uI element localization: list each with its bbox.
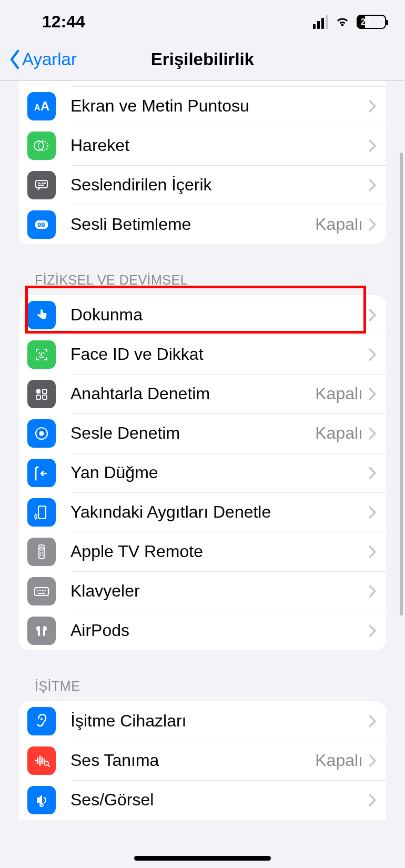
chevron-right-icon <box>368 218 377 231</box>
svg-rect-29 <box>45 590 46 591</box>
row-airpods[interactable]: AirPods <box>19 611 386 650</box>
svg-rect-30 <box>38 593 45 594</box>
voice-control-icon <box>27 419 56 448</box>
chevron-right-icon <box>368 139 377 153</box>
svg-text:A: A <box>34 103 40 112</box>
row-label: Yan Düğme <box>70 463 368 482</box>
back-button[interactable]: Ayarlar <box>0 48 77 71</box>
row-value: Kapalı <box>315 751 363 770</box>
chevron-left-icon <box>7 48 22 71</box>
svg-point-17 <box>39 431 44 436</box>
svg-rect-14 <box>36 395 40 399</box>
svg-rect-4 <box>36 180 47 188</box>
chevron-right-icon <box>368 387 377 401</box>
svg-rect-13 <box>43 389 47 393</box>
row-label: Apple TV Remote <box>70 542 368 561</box>
svg-point-23 <box>40 554 41 555</box>
svg-point-20 <box>40 547 43 550</box>
row-keyboards[interactable]: Klavyeler <box>19 571 386 611</box>
svg-point-31 <box>40 718 43 720</box>
row-label: AirPods <box>70 621 368 640</box>
svg-text:99: 99 <box>37 221 45 229</box>
row-label: Yakındaki Aygıtları Denetle <box>70 502 368 522</box>
row-label: Face ID ve Dikkat <box>70 345 368 364</box>
row-nearby-devices[interactable]: Yakındaki Aygıtları Denetle <box>19 492 386 532</box>
back-label: Ayarlar <box>22 49 77 69</box>
nearby-devices-icon <box>27 498 56 527</box>
chevron-right-icon <box>368 427 377 440</box>
row-sound-recognition[interactable]: Ses Tanıma Kapalı <box>19 741 386 780</box>
scrollbar-thumb[interactable] <box>400 153 403 615</box>
row-value: Kapalı <box>315 215 363 234</box>
svg-point-34 <box>41 804 42 805</box>
svg-rect-27 <box>39 590 41 591</box>
row-touch[interactable]: Dokunma <box>19 295 386 335</box>
row-face-id[interactable]: Face ID ve Dikkat <box>19 335 386 374</box>
row-spoken-content[interactable]: Seslendirilen İçerik <box>19 165 386 205</box>
home-indicator[interactable] <box>134 856 271 861</box>
row-apple-tv-remote[interactable]: Apple TV Remote <box>19 532 386 571</box>
svg-point-2 <box>34 141 44 150</box>
motion-icon <box>27 132 56 160</box>
row-audio-descriptions[interactable]: 99 Sesli Betimleme Kapalı <box>19 205 386 244</box>
chevron-right-icon <box>368 308 377 322</box>
chevron-right-icon <box>368 348 377 361</box>
svg-rect-6 <box>42 183 46 184</box>
row-label: Anahtarla Denetim <box>70 384 315 403</box>
row-label: Ekran ve Metin Puntosu <box>70 96 368 116</box>
wifi-icon <box>335 16 350 27</box>
sound-recognition-icon <box>27 746 56 775</box>
row-label: Sesle Denetim <box>70 423 315 443</box>
svg-point-10 <box>39 352 40 354</box>
row-label: Dokunma <box>70 305 368 325</box>
cellular-signal-icon <box>313 15 328 29</box>
status-time: 12:44 <box>42 12 85 32</box>
row-voice-control[interactable]: Sesle Denetim Kapalı <box>19 413 386 453</box>
row-hearing-devices[interactable]: İşitme Cihazları <box>19 701 386 741</box>
svg-rect-25 <box>35 588 48 596</box>
text-size-icon: AA <box>27 92 56 120</box>
svg-rect-12 <box>36 389 40 393</box>
apple-tv-remote-icon <box>27 538 56 566</box>
row-side-button[interactable]: Yan Düğme <box>19 453 386 492</box>
audio-visual-icon <box>27 786 56 814</box>
status-indicators: 27 <box>313 15 386 29</box>
chevron-right-icon <box>368 545 377 559</box>
content-scroll[interactable]: AA Ekran ve Metin Puntosu Hareket Seslen… <box>0 81 405 868</box>
row-label: Seslendirilen İçerik <box>70 175 368 195</box>
svg-rect-7 <box>38 185 44 186</box>
hearing-devices-icon <box>27 707 56 735</box>
row-label: Ses Tanıma <box>70 751 315 770</box>
svg-rect-5 <box>38 183 40 184</box>
keyboard-icon <box>27 577 56 605</box>
row-switch-control[interactable]: Anahtarla Denetim Kapalı <box>19 374 386 413</box>
chevron-right-icon <box>368 624 377 638</box>
svg-point-22 <box>42 552 43 553</box>
group-vision: AA Ekran ve Metin Puntosu Hareket Seslen… <box>19 81 386 244</box>
section-header-hearing: İŞİTME <box>0 679 405 701</box>
row-motion[interactable]: Hareket <box>19 126 386 165</box>
group-hearing: İşitme Cihazları Ses Tanıma Kapalı Ses/G… <box>19 701 386 820</box>
svg-rect-28 <box>42 590 44 591</box>
row-value: Kapalı <box>315 384 363 403</box>
row-display-text-size[interactable]: AA Ekran ve Metin Puntosu <box>19 86 386 126</box>
row-audio-visual[interactable]: Ses/Görsel <box>19 780 386 820</box>
switch-control-icon <box>27 380 56 408</box>
airpods-icon <box>27 617 56 645</box>
nav-header: Ayarlar Erişilebilirlik <box>0 38 405 81</box>
svg-rect-15 <box>43 395 47 399</box>
svg-point-11 <box>43 352 45 354</box>
row-label: İşitme Cihazları <box>70 711 368 731</box>
chevron-right-icon <box>368 178 377 192</box>
svg-point-24 <box>42 554 43 555</box>
row-label: Ses/Görsel <box>70 790 368 810</box>
audio-description-icon: 99 <box>27 210 56 239</box>
battery-percent: 27 <box>361 17 370 27</box>
svg-point-21 <box>40 552 41 553</box>
row-label: Sesli Betimleme <box>70 215 315 234</box>
status-bar: 12:44 27 <box>0 0 405 32</box>
row-label: Klavyeler <box>70 581 368 601</box>
chevron-right-icon <box>368 466 377 480</box>
chevron-right-icon <box>368 714 377 728</box>
chevron-right-icon <box>368 99 377 113</box>
